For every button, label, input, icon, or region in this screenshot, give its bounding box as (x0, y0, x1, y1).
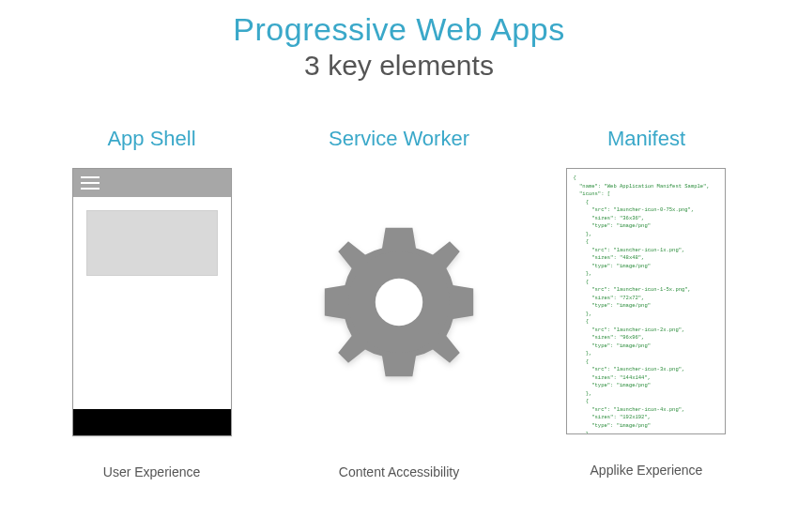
columns: App Shell User Experience Service Worker (19, 127, 779, 479)
hamburger-icon (81, 176, 100, 190)
column-appshell: App Shell User Experience (28, 127, 275, 479)
page-subtitle: 3 key elements (19, 50, 779, 82)
page-title: Progressive Web Apps (19, 11, 779, 48)
appshell-body (73, 197, 231, 409)
appshell-title: App Shell (107, 127, 195, 151)
column-manifest: Manifest { "name": "Web Application Mani… (523, 127, 770, 479)
appshell-footer-bar (73, 409, 231, 435)
gear-icon (315, 218, 483, 387)
manifest-caption: Applike Experience (591, 463, 703, 478)
appshell-caption: User Experience (103, 464, 201, 479)
svg-point-1 (376, 279, 422, 326)
column-serviceworker: Service Worker Content Accessibility (275, 127, 522, 479)
manifest-title: Manifest (607, 127, 685, 151)
serviceworker-illustration (305, 168, 493, 436)
manifest-code: { "name": "Web Application Manifest Samp… (566, 168, 726, 434)
content-placeholder (86, 210, 218, 276)
serviceworker-caption: Content Accessibility (339, 464, 459, 479)
serviceworker-title: Service Worker (329, 127, 469, 151)
appshell-header-bar (73, 169, 231, 197)
appshell-illustration (72, 168, 232, 436)
